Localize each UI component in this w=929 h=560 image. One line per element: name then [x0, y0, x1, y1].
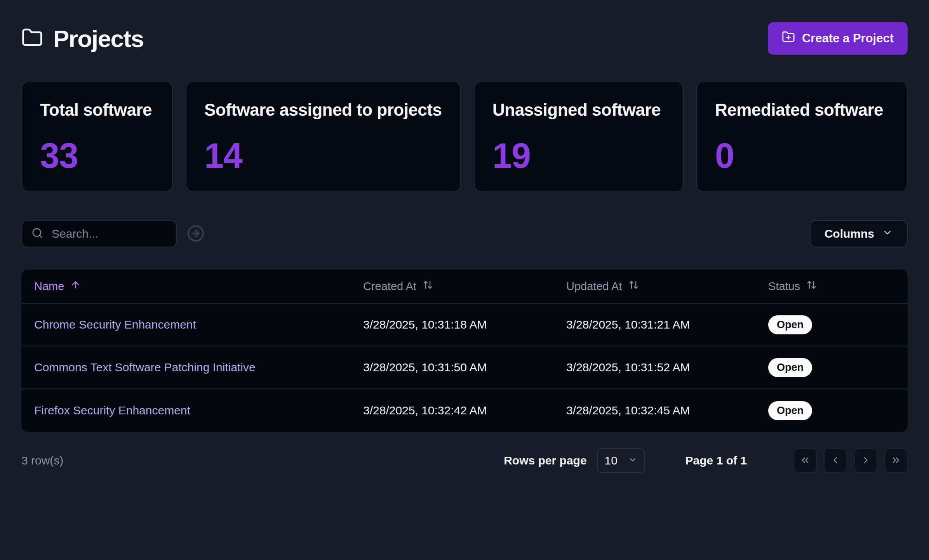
updated-at-cell: 3/28/2025, 10:32:45 AM [566, 404, 768, 417]
stat-label: Remediated software [715, 100, 889, 120]
chevrons-left-icon [800, 455, 811, 467]
arrow-up-down-icon [628, 280, 639, 293]
projects-table: Name Created At Updated At Status [21, 270, 908, 432]
chevron-down-icon [882, 227, 893, 241]
next-page-button[interactable] [854, 448, 877, 473]
stats-row: Total software 33 Software assigned to p… [21, 81, 908, 192]
created-at-cell: 3/28/2025, 10:31:18 AM [363, 318, 566, 331]
columns-button-label: Columns [825, 227, 874, 240]
columns-button[interactable]: Columns [810, 220, 908, 247]
search-icon [31, 227, 43, 240]
created-at-cell: 3/28/2025, 10:32:42 AM [363, 404, 566, 417]
stat-label: Unassigned software [492, 100, 665, 120]
table-header-row: Name Created At Updated At Status [21, 270, 908, 304]
stat-label: Total software [40, 100, 154, 120]
updated-at-cell: 3/28/2025, 10:31:21 AM [566, 318, 768, 331]
rows-per-page-value: 10 [605, 454, 618, 467]
last-page-button[interactable] [884, 448, 908, 473]
column-header-status[interactable]: Status [768, 280, 908, 293]
column-header-label: Updated At [566, 280, 622, 293]
created-at-cell: 3/28/2025, 10:31:50 AM [363, 361, 566, 374]
chevron-right-icon [860, 455, 871, 467]
top-bar: Projects Create a Project [21, 22, 908, 55]
circle-arrow-right-icon [187, 238, 205, 243]
table-footer: 3 row(s) Rows per page 10 Page 1 of 1 [21, 448, 908, 473]
previous-page-button[interactable] [824, 448, 847, 473]
stat-card-unassigned-software: Unassigned software 19 [474, 81, 684, 192]
rows-per-page-label: Rows per page [504, 454, 586, 467]
submit-search-button[interactable] [187, 224, 205, 243]
stat-card-remediated-software: Remediated software 0 [696, 81, 908, 192]
column-header-label: Status [768, 280, 800, 293]
chevron-left-icon [830, 455, 841, 467]
chevrons-right-icon [891, 455, 901, 467]
pagination-controls [793, 448, 908, 473]
table-row: Firefox Security Enhancement 3/28/2025, … [21, 389, 908, 432]
updated-at-cell: 3/28/2025, 10:31:52 AM [566, 361, 768, 374]
rows-per-page-group: Rows per page 10 [504, 448, 645, 473]
status-badge: Open [768, 315, 812, 334]
arrow-up-down-icon [423, 280, 433, 293]
page-title-group: Projects [21, 25, 144, 52]
rows-count: 3 row(s) [21, 454, 504, 467]
stat-value: 14 [204, 136, 442, 176]
table-toolbar: Columns [21, 220, 908, 247]
column-header-name[interactable]: Name [21, 280, 363, 293]
chevron-down-icon [628, 454, 637, 467]
stat-label: Software assigned to projects [204, 100, 442, 120]
column-header-updated-at[interactable]: Updated At [566, 280, 768, 293]
status-badge: Open [768, 401, 812, 420]
search-box[interactable] [21, 220, 177, 247]
page-info: Page 1 of 1 [685, 454, 747, 467]
table-row: Chrome Security Enhancement 3/28/2025, 1… [21, 304, 908, 346]
page-title: Projects [53, 25, 144, 52]
column-header-created-at[interactable]: Created At [363, 280, 566, 293]
search-input[interactable] [52, 227, 167, 240]
stat-value: 33 [40, 136, 154, 176]
project-name-link[interactable]: Firefox Security Enhancement [34, 404, 190, 417]
column-header-label: Name [34, 280, 64, 293]
rows-per-page-select[interactable]: 10 [597, 448, 645, 473]
arrow-up-down-icon [806, 280, 817, 293]
create-project-button[interactable]: Create a Project [768, 22, 908, 55]
arrow-up-icon [70, 280, 81, 293]
project-name-link[interactable]: Chrome Security Enhancement [34, 318, 196, 331]
stat-card-assigned-software: Software assigned to projects 14 [186, 81, 461, 192]
folder-plus-icon [782, 30, 795, 47]
create-project-label: Create a Project [802, 31, 894, 45]
stat-value: 19 [492, 136, 665, 176]
column-header-label: Created At [363, 280, 416, 293]
stat-card-total-software: Total software 33 [21, 81, 173, 192]
table-row: Commons Text Software Patching Initiativ… [21, 346, 908, 389]
first-page-button[interactable] [793, 448, 817, 473]
project-name-link[interactable]: Commons Text Software Patching Initiativ… [34, 361, 256, 374]
status-badge: Open [768, 358, 812, 377]
folder-icon [21, 27, 43, 50]
stat-value: 0 [715, 136, 889, 176]
projects-page: Projects Create a Project Total software… [0, 0, 929, 560]
